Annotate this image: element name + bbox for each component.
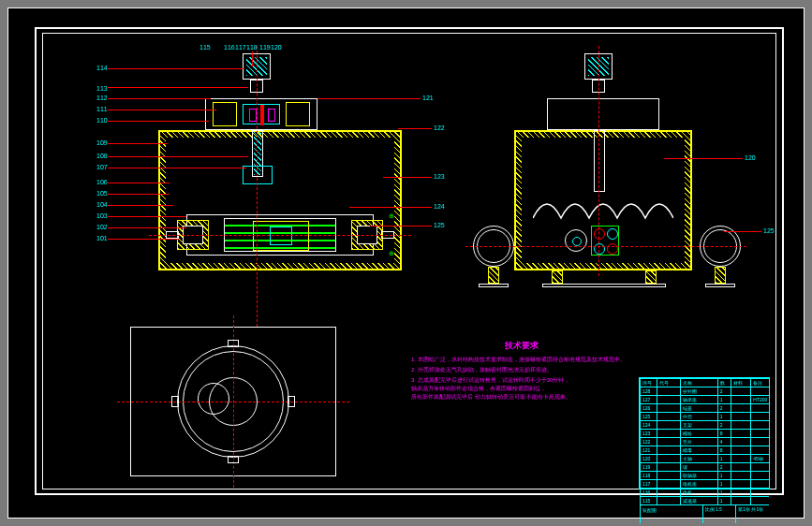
spindle-hub	[243, 166, 273, 184]
bom-row: 116电机1	[640, 488, 769, 496]
centerline-v	[257, 46, 258, 327]
bom-cell: 减速器	[680, 497, 716, 504]
bom-cell: 键	[680, 463, 716, 471]
bom-cell	[750, 446, 769, 454]
callout-124: 124	[434, 203, 445, 210]
bom-cell: 联轴器	[680, 472, 716, 479]
bom-cell: 序号	[640, 379, 657, 387]
callout-111: 111	[96, 106, 108, 112]
bom-cell: 116	[640, 489, 657, 496]
bom-cell: 1	[717, 455, 731, 462]
bom-cell: 1	[717, 489, 731, 496]
bom-row: 121螺母8	[640, 446, 769, 454]
bom-cell: 126	[640, 404, 657, 412]
side-gearbox	[547, 98, 659, 130]
callout-118: 118	[246, 44, 258, 51]
bom-row: 119键2	[640, 462, 769, 471]
bom-cell: 端盖	[680, 404, 716, 412]
bom-cell	[657, 497, 681, 504]
bom-cell: 2	[717, 404, 731, 412]
bom-cell	[657, 421, 681, 429]
bom-cell	[731, 497, 751, 504]
bom-cell	[750, 404, 769, 412]
bom-row: 124支架2	[640, 420, 769, 429]
bom-row: 120主轴145钢	[640, 454, 769, 462]
bom-cell: 2	[717, 387, 731, 395]
bom-header-row: 序号代号名称数量材料备注	[640, 378, 769, 387]
title-block: 序号代号名称数量材料备注128密封圈2127轴承座1HT200126端盖2125…	[639, 377, 770, 489]
bom-cell	[750, 413, 769, 420]
bom-cell: 4	[717, 438, 731, 446]
bom-cell: 外壳	[680, 413, 716, 420]
bom-cell: 密封圈	[680, 387, 716, 395]
bom-cell: 119	[640, 463, 657, 471]
callout-112: 112	[96, 95, 108, 101]
bom-cell: 1	[717, 396, 731, 403]
bom-cell: 115	[640, 497, 657, 504]
bom-cell	[657, 480, 681, 488]
bom-cell: 122	[640, 438, 657, 446]
bom-cell	[657, 430, 681, 437]
callout-120: 120	[271, 44, 282, 51]
bom-cell: 材料	[731, 379, 751, 387]
bom-row: 126端盖2	[640, 403, 769, 412]
bom-row: 128密封圈2	[640, 387, 769, 395]
callout-109: 109	[96, 139, 108, 146]
bom-row: 115减速器1	[640, 496, 769, 504]
techreq-3: 3. 总成装配完毕后进行试运转检查，试运转时间不少于30分钟，	[411, 376, 673, 385]
bom-cell	[657, 489, 681, 496]
bom-cell	[750, 421, 769, 429]
callout-113: 113	[96, 85, 108, 92]
bom-cell: 名称	[680, 379, 716, 387]
gearbox-bearing-r	[286, 102, 310, 126]
techreq-4: 轴承温升等转动部件必须合格，各紧固螺栓紧固到位，	[411, 385, 673, 393]
gearbox-bearing-l	[213, 102, 237, 126]
bom-cell	[750, 430, 769, 437]
side-stand-r	[715, 267, 726, 284]
bom-cell	[731, 455, 751, 462]
bom-cell	[657, 404, 681, 412]
callout-105: 105	[96, 190, 108, 197]
bom-cell: 117	[640, 480, 657, 488]
bom-row: 117电机座1	[640, 479, 769, 488]
callout-123: 123	[434, 173, 445, 180]
callout-114: 114	[96, 65, 108, 71]
bom-cell	[731, 489, 751, 496]
bom-cell: 垫片	[680, 438, 716, 446]
bom-cell	[731, 396, 751, 403]
side-wavy-rollers	[533, 190, 673, 226]
bom-cell: 45钢	[750, 455, 769, 462]
bom-cell: 主轴	[680, 455, 716, 462]
bom-cell: 电机	[680, 489, 716, 496]
bom-cell	[750, 463, 769, 471]
bom-cell: 数量	[717, 379, 731, 387]
bom-cell: 1	[717, 413, 731, 420]
techreq-1: 1. 本图纸广泛，水封结构按技术要求制造，连接螺栓紧固符合标准规范及技术规范中。	[411, 356, 673, 364]
callout-104: 104	[96, 201, 108, 208]
techreq-title: 技术要求	[505, 340, 767, 352]
callout-119: 119	[259, 44, 271, 51]
bom-cell: 124	[640, 421, 657, 429]
bom-cell: 125	[640, 413, 657, 420]
callout-108: 108	[96, 153, 108, 159]
callout-116: 116	[224, 44, 235, 51]
side-gear-cluster	[591, 226, 619, 256]
bom-cell	[731, 446, 751, 454]
tb-proj: 装配图	[640, 505, 702, 523]
bom-cell: 代号	[657, 379, 681, 387]
bom-cell	[750, 472, 769, 479]
bom-cell: 118	[640, 472, 657, 479]
bom-cell	[657, 463, 681, 471]
bom-cell: HT200	[750, 396, 769, 403]
bom-cell	[657, 396, 681, 403]
bom-cell: 轴承座	[680, 396, 716, 403]
tech-requirements: 技术要求 1. 本图纸广泛，水封结构按技术要求制造，连接螺栓紧固符合标准规范及技…	[411, 340, 673, 402]
callout-115: 115	[199, 44, 211, 51]
bom-cell: 1	[717, 480, 731, 488]
bom-cell	[750, 438, 769, 446]
bom-cell: 螺母	[680, 446, 716, 454]
callout-122: 122	[434, 124, 445, 131]
side-hub	[565, 229, 587, 252]
bom-row: 118联轴器1	[640, 471, 769, 479]
bom-cell: 支架	[680, 421, 716, 429]
